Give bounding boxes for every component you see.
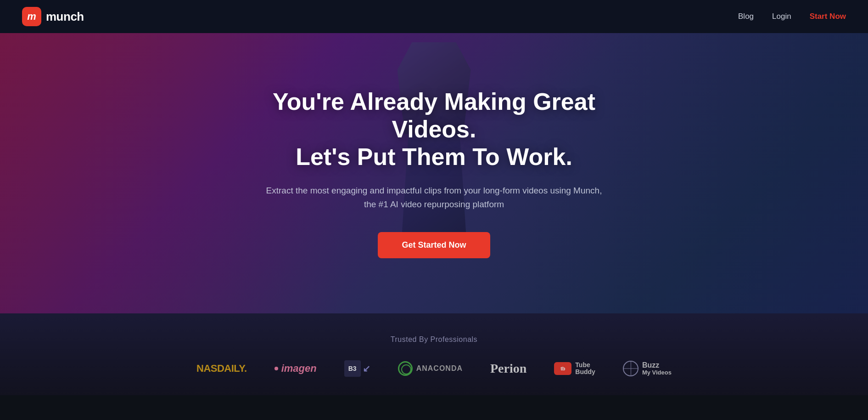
blog-link[interactable]: Blog <box>738 12 754 21</box>
login-link[interactable]: Login <box>772 12 791 21</box>
buzzmyvideos-globe-icon <box>623 361 638 376</box>
navbar: m munch Blog Login Start Now <box>0 0 868 33</box>
tubebuddy-brand: tb Tube Buddy <box>554 362 595 376</box>
logo-letter: m <box>27 11 36 23</box>
b3t-icon: B3 <box>344 360 361 377</box>
imagen-brand: imagen <box>274 363 317 375</box>
logo-icon: m <box>22 7 41 26</box>
brand-logos-row: NASDAILY. imagen B3 ↙ ANACONDA Perion tb… <box>0 360 868 377</box>
anaconda-text: ANACONDA <box>416 364 463 373</box>
nasdaily-logo: NASDAILY. <box>196 363 247 375</box>
nav-links: Blog Login Start Now <box>738 12 846 21</box>
perion-brand: Perion <box>490 361 526 376</box>
trusted-label: Trusted By Professionals <box>0 335 868 344</box>
b3t-brand: B3 ↙ <box>344 360 370 377</box>
b3t-arrows-icon: ↙ <box>363 363 370 374</box>
anaconda-brand: ANACONDA <box>398 361 463 376</box>
buzzmyvideos-text: Buzz My Videos <box>642 361 672 376</box>
imagen-dot-icon <box>274 367 278 370</box>
hero-section: You're Already Making Great Videos. Let'… <box>0 33 868 313</box>
hero-subtitle: Extract the most engaging and impactful … <box>264 184 604 212</box>
logo-text: munch <box>46 10 84 24</box>
buzz-line2: My Videos <box>642 369 672 376</box>
get-started-button[interactable]: Get Started Now <box>378 232 490 258</box>
anaconda-circle-icon <box>398 361 413 376</box>
tubebuddy-name-bottom: Buddy <box>575 369 595 375</box>
hero-title: You're Already Making Great Videos. Let'… <box>264 88 604 170</box>
buzzmyvideos-brand: Buzz My Videos <box>623 361 672 376</box>
tubebuddy-name-top: Tube <box>575 362 595 369</box>
nasdaily-brand: NASDAILY. <box>196 363 247 375</box>
buzz-line1: Buzz <box>642 361 672 369</box>
logo[interactable]: m munch <box>22 7 84 26</box>
tubebuddy-text: Tube Buddy <box>575 362 595 376</box>
hero-title-line1: You're Already Making Great Videos. <box>273 88 595 142</box>
hero-content: You're Already Making Great Videos. Let'… <box>255 88 613 258</box>
imagen-logo: imagen <box>281 363 317 375</box>
start-now-link[interactable]: Start Now <box>810 12 846 21</box>
trusted-section: Trusted By Professionals NASDAILY. image… <box>0 313 868 395</box>
tubebuddy-icon: tb <box>554 362 571 375</box>
perion-logo: Perion <box>490 361 526 376</box>
hero-title-line2: Let's Put Them To Work. <box>296 143 572 170</box>
